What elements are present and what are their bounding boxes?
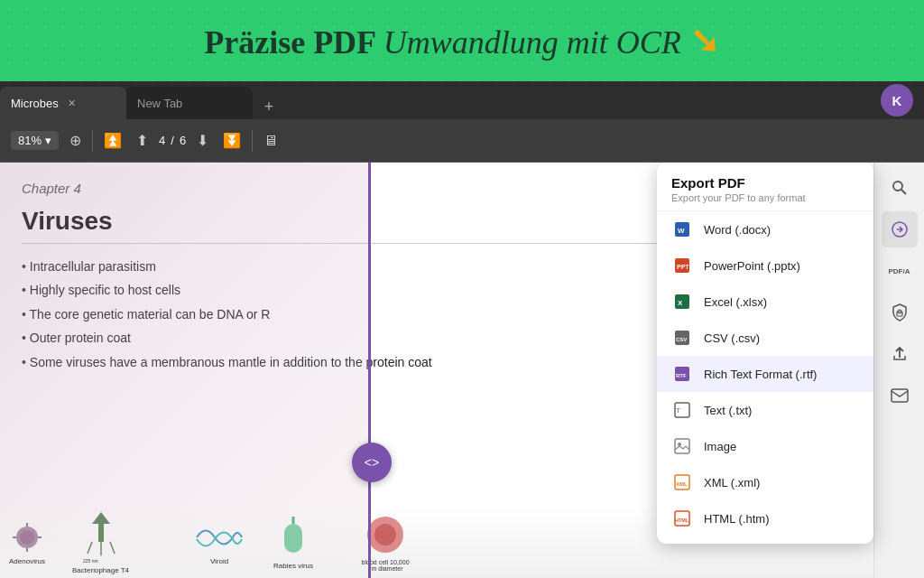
svg-marker-6 <box>92 512 110 524</box>
export-word[interactable]: W Word (.docx) <box>657 211 873 247</box>
banner: Präzise PDF Umwandlung mit OCR ➘ <box>0 0 924 81</box>
svg-rect-7 <box>98 524 104 542</box>
excel-icon: X <box>671 291 693 312</box>
rabies-item: Rabies virus <box>273 515 313 570</box>
svg-rect-21 <box>892 389 908 402</box>
zoom-control[interactable]: 81% ▾ <box>11 131 59 150</box>
svg-text:225 nm: 225 nm <box>83 558 98 564</box>
adenovirus-item: Adenovirus <box>9 519 45 565</box>
export-dropdown: Export PDF Export your PDF to any format… <box>657 163 873 544</box>
toolbar: 81% ▾ ⊕ ⏫ ⬆ 4 / 6 ⬇ ⏬ 🖥 <box>0 119 924 163</box>
page-navigation: 4 / 6 <box>159 134 186 147</box>
code-toggle-button[interactable]: <> <box>352 443 392 482</box>
next-page-button[interactable]: ⬇ <box>193 128 212 153</box>
page-total: 6 <box>180 134 186 147</box>
page-current: 4 <box>159 134 165 147</box>
separator-1 <box>92 130 93 152</box>
svg-text:W: W <box>678 227 685 235</box>
present-button[interactable]: 🖥 <box>260 129 282 153</box>
page-separator: / <box>171 134 174 147</box>
export-txt[interactable]: T Text (.txt) <box>657 392 873 428</box>
svg-point-1 <box>20 530 34 545</box>
export-rtf[interactable]: RTF Rich Text Format (.rtf) <box>657 356 873 392</box>
export-html[interactable]: HTML HTML (.htm) <box>657 500 873 536</box>
export-subtitle: Export your PDF to any format <box>671 192 859 203</box>
svg-point-16 <box>893 182 902 191</box>
zoom-in-button[interactable]: ⊕ <box>66 128 85 153</box>
convert-button[interactable] <box>882 211 918 247</box>
export-xml[interactable]: XML XML (.xml) <box>657 464 873 500</box>
export-image-label: Image <box>704 440 736 453</box>
tab-newtab-label: New Tab <box>137 97 182 110</box>
bacteriophage-item: 225 nm Bacteriophage T4 <box>72 510 129 574</box>
new-tab-button[interactable]: + <box>256 94 282 119</box>
svg-text:RTF: RTF <box>676 373 687 378</box>
export-excel-label: Excel (.xlsx) <box>704 295 767 309</box>
svg-text:T: T <box>676 406 680 415</box>
tab-microbes-label: Microbes <box>11 97 59 110</box>
svg-line-17 <box>901 190 906 194</box>
pdfa-group: PDF/A <box>882 253 918 289</box>
code-icon: <> <box>365 455 379 470</box>
export-ppt[interactable]: PPT PowerPoint (.pptx) <box>657 247 873 284</box>
export-txt-label: Text (.txt) <box>704 404 752 417</box>
separator-2 <box>252 130 253 152</box>
svg-text:X: X <box>678 299 683 307</box>
svg-line-8 <box>88 542 92 554</box>
browser-window: Microbes ✕ New Tab + K 81% ▾ ⊕ ⏫ ⬆ 4 / 6… <box>0 81 924 578</box>
export-image[interactable]: Image <box>657 428 873 464</box>
share-button[interactable] <box>882 336 918 372</box>
export-excel[interactable]: X Excel (.xlsx) <box>657 284 873 320</box>
bloodcell-item: blood cell 10,000 um diameter <box>358 512 412 572</box>
svg-text:XML: XML <box>676 481 688 487</box>
export-xml-label: XML (.xml) <box>704 476 760 489</box>
export-csv[interactable]: CSV CSV (.csv) <box>657 320 873 356</box>
svg-rect-34 <box>675 439 689 453</box>
html-icon: HTML <box>671 508 693 529</box>
first-page-button[interactable]: ⏫ <box>100 128 125 153</box>
email-button[interactable] <box>882 378 918 414</box>
export-csv-label: CSV (.csv) <box>704 331 760 345</box>
purple-divider <box>368 163 371 578</box>
export-ppt-label: PowerPoint (.pptx) <box>704 259 800 273</box>
rtf-icon: RTF <box>671 363 693 385</box>
svg-text:CSV: CSV <box>676 337 687 342</box>
last-page-button[interactable]: ⏬ <box>219 128 245 153</box>
right-sidebar: PDF/A <box>873 163 924 578</box>
banner-text: Präzise PDF Umwandlung mit OCR ➘ <box>204 20 720 62</box>
prev-page-button[interactable]: ⬆ <box>133 128 152 153</box>
tab-close-microbes[interactable]: ✕ <box>66 97 79 109</box>
export-word-label: Word (.docx) <box>704 223 771 237</box>
pdfa-button[interactable]: PDF/A <box>882 253 918 289</box>
svg-text:HTML: HTML <box>675 517 689 523</box>
xml-icon: XML <box>671 471 693 493</box>
image-icon <box>671 435 693 457</box>
tab-bar: Microbes ✕ New Tab + K <box>0 81 924 119</box>
word-icon: W <box>671 219 693 240</box>
export-title: Export PDF <box>671 175 859 191</box>
protect-button[interactable] <box>882 294 918 331</box>
txt-icon: T <box>671 399 693 421</box>
export-rtf-label: Rich Text Format (.rtf) <box>704 368 817 381</box>
zoom-value: 81% <box>18 134 42 147</box>
ppt-icon: PPT <box>671 255 693 276</box>
csv-icon: CSV <box>671 327 693 349</box>
zoom-dropdown-icon: ▾ <box>45 134 51 147</box>
tab-new-tab[interactable]: New Tab <box>126 87 253 119</box>
avatar[interactable]: K <box>881 84 913 117</box>
viroid-item: Viroid <box>192 519 246 565</box>
svg-line-10 <box>110 542 115 554</box>
svg-text:PPT: PPT <box>677 264 689 270</box>
export-header: Export PDF Export your PDF to any format <box>657 163 873 211</box>
export-html-label: HTML (.htm) <box>704 512 769 526</box>
search-button[interactable] <box>882 170 918 206</box>
main-area: Chapter 4 Viruses Intracellular parasiti… <box>0 163 924 578</box>
tab-microbes[interactable]: Microbes ✕ <box>0 87 126 119</box>
svg-point-15 <box>374 524 396 545</box>
svg-rect-12 <box>284 524 302 553</box>
